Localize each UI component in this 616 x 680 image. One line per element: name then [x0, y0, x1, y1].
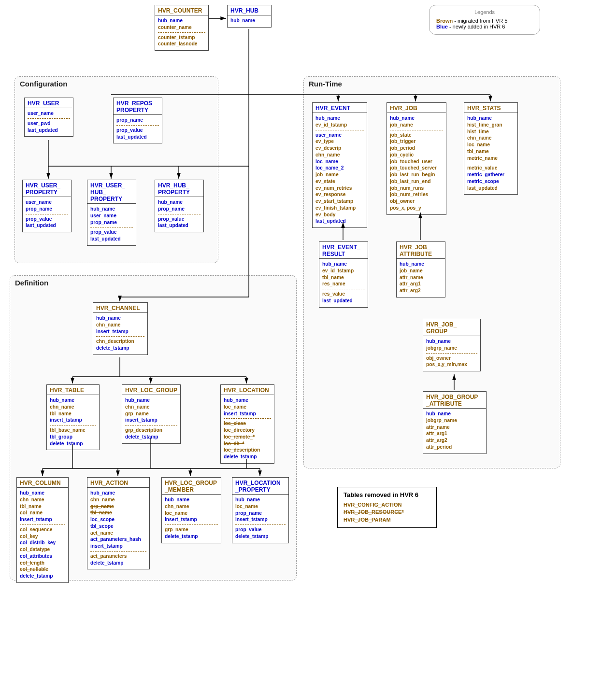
column: insert_tstamp [165, 516, 218, 523]
column: grp_description [125, 427, 177, 434]
column: chn_name [90, 496, 146, 503]
column: job_touched_server [390, 165, 443, 171]
table-columns: hub_name [228, 15, 271, 27]
table-columns: hub_namehist_time_granhist_timechn_namel… [464, 113, 517, 194]
column: loc_name [165, 510, 218, 517]
column: hub_name [90, 490, 146, 496]
table-title: HVR_USER [25, 98, 73, 108]
removed-item: HVR_JOB_PARAM [344, 516, 430, 524]
column: job_trigger [390, 138, 443, 145]
column: metric_scope [467, 178, 515, 185]
table-title: HVR_LOC_GROUP _MEMBER [162, 478, 221, 495]
table-hvr-job: HVR_JOBhub_namejob_namejob_statejob_trig… [387, 102, 446, 215]
table-hvr-location-property: HVR_LOCATION _PROPERTYhub_nameloc_namepr… [232, 477, 289, 543]
table-title: HVR_COUNTER [155, 5, 208, 15]
legends-title: Legends [436, 9, 533, 15]
column: ev_finish_tstamp [315, 205, 364, 212]
table-columns: hub_nameuser_nameprop_nameprop_valuelast… [87, 204, 136, 245]
table-columns: hub_nameloc_nameprop_nameinsert_tstamppr… [232, 495, 288, 543]
table-title: HVR_LOC_GROUP [122, 385, 180, 395]
column: chn_name [315, 152, 364, 158]
column: last_updated [322, 298, 365, 304]
table-columns: hub_namejobgrp_nameobj_ownerpos_x,y_min,… [423, 336, 480, 371]
column: attr_period [426, 444, 483, 451]
column: hub_name [315, 115, 364, 122]
pk-separator [165, 524, 218, 525]
column: obj_owner [390, 198, 443, 205]
pk-separator [20, 524, 65, 525]
column: tbl_name [90, 510, 146, 516]
column: loc_db_* [224, 440, 271, 447]
column: user_name [28, 110, 70, 117]
column: tbl_base_name [50, 427, 96, 434]
column: act_parameters [90, 553, 146, 560]
column: delete_tstamp [96, 345, 144, 352]
table-columns: hub_namechn_namegrp_nameinsert_tstampgrp… [122, 395, 180, 443]
table-title: HVR_LOCATION _PROPERTY [232, 478, 288, 495]
column: act_name [90, 530, 146, 537]
column: prop_value [26, 216, 68, 223]
table-hvr-hub: HVR_HUBhub_name [227, 5, 272, 28]
column: hub_name [158, 199, 201, 206]
column: ev_body [315, 212, 364, 218]
column: counter_name [158, 24, 205, 31]
column: metric_name [467, 155, 515, 162]
table-title: HVR_EVENT [313, 103, 367, 113]
column: job_cyclic [390, 152, 443, 158]
column: tbl_name [50, 411, 96, 417]
table-title: HVR_HUB [228, 5, 271, 15]
table-title: HVR_JOB_GROUP _ATTRIBUTE [423, 392, 486, 409]
legend-brown-label: Brown [436, 18, 453, 24]
column: insert_tstamp [125, 417, 177, 424]
table-columns: hub_namecounter_namecounter_tstampcounte… [155, 15, 208, 50]
column: ev_type [315, 138, 364, 145]
table-columns: user_nameprop_nameprop_valuelast_updated [23, 197, 71, 232]
column: loc_name [467, 142, 515, 148]
column: ev_response [315, 191, 364, 198]
column: job_name [390, 122, 443, 128]
column: attr_name [426, 424, 483, 431]
table-columns: hub_namejob_nameattr_nameattr_arg1attr_a… [397, 259, 445, 297]
column: delete_tstamp [125, 434, 177, 440]
table-title: HVR_TABLE [47, 385, 99, 395]
pk-separator [28, 118, 70, 119]
column: hub_name [224, 397, 271, 404]
column: col_distrib_key [20, 539, 65, 546]
column: user_pwd [28, 120, 70, 127]
column: job_num_runs [390, 185, 443, 192]
column: job_touched_user [390, 158, 443, 165]
column: user_name [315, 132, 364, 139]
table-title: HVR_JOB [387, 103, 446, 113]
column: act_parameters_hash [90, 536, 146, 543]
table-columns: hub_nameloc_nameinsert_tstamploc_classlo… [221, 395, 274, 463]
column: job_num_retries [390, 191, 443, 198]
column: loc_scope [90, 516, 146, 523]
column: res_value [322, 291, 365, 298]
column: delete_tstamp [165, 533, 218, 540]
column: jobgrp_name [426, 417, 483, 424]
column: metric_value [467, 165, 515, 171]
table-columns: hub_nameev_id_tstampuser_nameev_typeev_d… [313, 113, 367, 227]
column: chn_name [467, 135, 515, 142]
column: job_period [390, 145, 443, 152]
column: prop_value [235, 526, 286, 533]
table-hvr-location: HVR_LOCATIONhub_nameloc_nameinsert_tstam… [220, 384, 274, 464]
column: hub_name [90, 206, 133, 212]
column: hub_name [230, 17, 268, 24]
column: insert_tstamp [96, 328, 144, 335]
table-hvr-user-hub-property: HVR_USER_ HUB_ PROPERTYhub_nameuser_name… [87, 180, 136, 246]
pk-separator [315, 130, 364, 130]
removed-item: HVR_JOB_RESOURCE* [344, 509, 430, 516]
column: last_updated [116, 134, 159, 141]
column: loc_remote_* [224, 434, 271, 440]
column: chn_name [20, 496, 65, 503]
column: hub_name [158, 17, 205, 24]
table-columns: hub_namejob_namejob_statejob_triggerjob_… [387, 113, 446, 214]
column: prop_value [158, 216, 201, 223]
table-hvr-counter: HVR_COUNTERhub_namecounter_namecounter_t… [155, 5, 209, 51]
column: tbl_name [467, 148, 515, 155]
column: hub_name [467, 115, 515, 122]
column: job_name [315, 171, 364, 178]
column: delete_tstamp [224, 453, 271, 460]
column: col_nullable [20, 566, 65, 573]
